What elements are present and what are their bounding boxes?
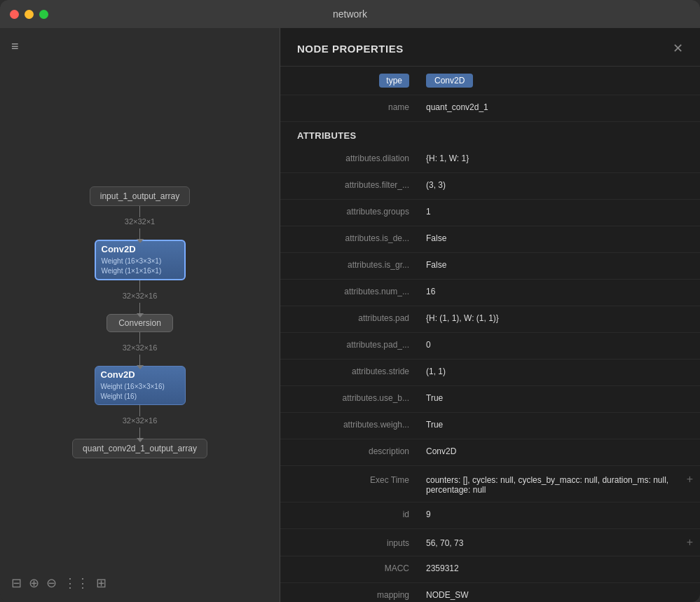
close-button[interactable]: [10, 10, 19, 19]
attribute-key-6: attributes.pad: [280, 306, 420, 330]
name-row: name quant_conv2d_1: [280, 95, 700, 122]
attribute-value-8: (1, 1): [420, 360, 700, 383]
window-controls: [10, 10, 48, 19]
attribute-value-2: 1: [420, 200, 700, 224]
conv2d-weight-1b: Weight (1×1×16×1): [102, 266, 179, 276]
type-value: Conv2D: [420, 69, 700, 93]
connector-3: 32×32×16: [123, 332, 158, 366]
name-value: quant_conv2d_1: [420, 95, 700, 119]
attributes-list: attributes.dilation{H: 1, W: 1}attribute…: [280, 146, 700, 602]
attribute-row-16: mappingNODE_SW: [280, 583, 700, 602]
panel-header: NODE PROPERTIES ✕: [280, 28, 700, 67]
attribute-key-8: attributes.stride: [280, 360, 420, 383]
attribute-row-15: MACC2359312: [280, 556, 700, 583]
attribute-value-7: 0: [420, 333, 700, 357]
attribute-value-12: counters: [], cycles: null, cycles_by_ma…: [420, 468, 680, 502]
attribute-row-8: attributes.stride(1, 1): [280, 360, 700, 386]
connector-2: 32×32×16: [123, 280, 158, 314]
main-content: ≡ input_1_output_array 32×32×1 Conv2D We…: [0, 28, 700, 602]
attribute-value-11: Conv2D: [420, 439, 700, 463]
network-graph: input_1_output_array 32×32×1 Conv2D Weig…: [0, 28, 280, 602]
conv2d-node-2[interactable]: Conv2D Weight (16×3×3×16) Weight (16): [95, 366, 186, 405]
list-toolbar-icon[interactable]: ⊟: [11, 575, 22, 591]
panel-close-button[interactable]: ✕: [673, 42, 683, 55]
minimize-button[interactable]: [25, 10, 34, 19]
attribute-row-5: attributes.num_...16: [280, 280, 700, 306]
connector-4: 32×32×16: [123, 405, 158, 439]
attribute-key-4: attributes.is_gr...: [280, 253, 420, 277]
attribute-value-3: False: [420, 226, 700, 250]
hierarchy-toolbar-icon[interactable]: ⋮⋮: [64, 575, 89, 591]
attribute-value-6: {H: (1, 1), W: (1, 1)}: [420, 306, 700, 330]
grid-toolbar-icon[interactable]: ⊞: [96, 575, 107, 591]
name-key: name: [280, 95, 420, 119]
panel-title: NODE PROPERTIES: [297, 43, 404, 55]
connector-label-1: 32×32×1: [125, 217, 155, 226]
conv2d-title-1: Conv2D: [102, 244, 179, 254]
connector-1: 32×32×1: [125, 206, 155, 240]
attribute-key-5: attributes.num_...: [280, 280, 420, 303]
type-row: type Conv2D: [280, 67, 700, 95]
attribute-value-14: 56, 70, 73: [420, 531, 680, 555]
type-key: type: [280, 67, 420, 95]
attribute-row-7: attributes.pad_...0: [280, 333, 700, 360]
attribute-value-9: True: [420, 386, 700, 410]
attribute-key-10: attributes.weigh...: [280, 413, 420, 437]
attribute-value-5: 16: [420, 280, 700, 303]
connector-label-2: 32×32×16: [123, 292, 158, 300]
attribute-row-0: attributes.dilation{H: 1, W: 1}: [280, 146, 700, 173]
connector-label-3: 32×32×16: [123, 343, 158, 352]
attribute-row-11: descriptionConv2D: [280, 439, 700, 466]
conv2d-weight-1a: Weight (16×3×3×1): [102, 256, 179, 266]
attribute-value-10: True: [420, 413, 700, 437]
maximize-button[interactable]: [39, 10, 48, 19]
attribute-row-14: inputs56, 70, 73+: [280, 529, 700, 556]
attribute-key-3: attributes.is_de...: [280, 226, 420, 250]
attribute-key-2: attributes.groups: [280, 200, 420, 224]
attribute-value-1: (3, 3): [420, 173, 700, 197]
attribute-key-12: Exec Time: [280, 468, 420, 492]
attribute-value-13: 9: [420, 502, 700, 526]
attribute-value-0: {H: 1, W: 1}: [420, 146, 700, 170]
attribute-key-13: id: [280, 502, 420, 526]
attribute-expand-12[interactable]: +: [680, 466, 700, 493]
attribute-key-11: description: [280, 439, 420, 463]
plus-toolbar-icon[interactable]: ⊕: [29, 575, 39, 591]
attribute-key-14: inputs: [280, 531, 420, 555]
attribute-row-9: attributes.use_b...True: [280, 386, 700, 413]
bottom-toolbar: ⊟ ⊕ ⊖ ⋮⋮ ⊞: [11, 575, 107, 591]
attribute-row-13: id9: [280, 502, 700, 529]
attribute-row-1: attributes.filter_...(3, 3): [280, 173, 700, 200]
titlebar: network: [0, 0, 700, 28]
conv2d-title-2: Conv2D: [101, 369, 179, 380]
attribute-row-10: attributes.weigh...True: [280, 413, 700, 439]
conv2d-node-1[interactable]: Conv2D Weight (16×3×3×1) Weight (1×1×16×…: [95, 240, 186, 280]
attribute-row-6: attributes.pad{H: (1, 1), W: (1, 1)}: [280, 306, 700, 333]
attribute-row-4: attributes.is_gr...False: [280, 253, 700, 280]
search-toolbar-icon[interactable]: ⊖: [46, 575, 57, 591]
right-panel: NODE PROPERTIES ✕ type Conv2D name quant…: [280, 28, 700, 602]
attribute-value-16: NODE_SW: [420, 583, 700, 602]
attribute-value-4: False: [420, 253, 700, 277]
attribute-value-15: 2359312: [420, 556, 700, 580]
attribute-row-2: attributes.groups1: [280, 200, 700, 226]
attribute-key-7: attributes.pad_...: [280, 333, 420, 357]
attribute-row-12: Exec Timecounters: [], cycles: null, cyc…: [280, 466, 700, 502]
conv2d-weight-2a: Weight (16×3×3×16): [101, 382, 179, 392]
attribute-expand-14[interactable]: +: [680, 529, 700, 556]
input-node[interactable]: input_1_output_array: [90, 186, 190, 206]
attribute-key-16: mapping: [280, 583, 420, 602]
attribute-row-3: attributes.is_de...False: [280, 226, 700, 253]
left-panel: ≡ input_1_output_array 32×32×1 Conv2D We…: [0, 28, 280, 602]
conv2d-weight-2b: Weight (16): [101, 392, 179, 402]
connector-label-4: 32×32×16: [123, 416, 158, 425]
attributes-section-header: ATTRIBUTES: [280, 122, 700, 146]
attribute-key-9: attributes.use_b...: [280, 386, 420, 410]
attribute-key-0: attributes.dilation: [280, 146, 420, 170]
attribute-key-1: attributes.filter_...: [280, 173, 420, 197]
window-title: network: [333, 8, 367, 20]
attribute-key-15: MACC: [280, 556, 420, 580]
